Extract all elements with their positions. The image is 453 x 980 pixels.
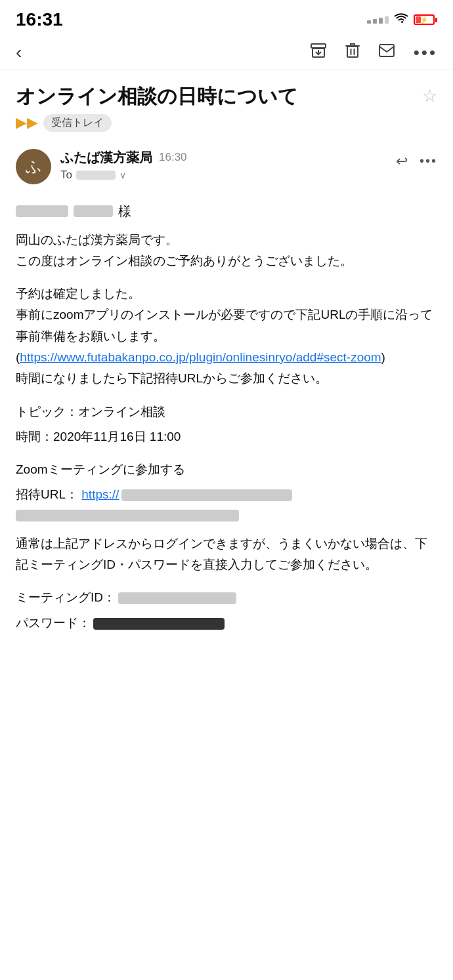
chevron-down-icon[interactable]: ∨: [119, 170, 126, 180]
toolbar: ‹: [0, 35, 453, 70]
status-icons: ⚡: [367, 12, 437, 28]
invite-url-blurred: [121, 489, 292, 501]
back-button[interactable]: ‹: [16, 42, 22, 63]
password-label: パスワード：: [16, 616, 91, 630]
zoom-join-text: Zoomミーティングに参加する: [16, 462, 185, 476]
svg-rect-6: [379, 45, 394, 56]
sender-actions: ↩ •••: [396, 149, 437, 170]
wifi-icon: [394, 12, 408, 28]
invite-url-link[interactable]: https://: [81, 487, 119, 501]
sender-info: ふたば漢方薬局 16:30 To ∨: [60, 149, 387, 182]
signal-icon: [367, 16, 389, 24]
topic-label: トピック：: [16, 405, 78, 419]
email-body: 岡山のふたば漢方薬局です。この度はオンライン相談のご予約ありがとうございました。…: [0, 223, 453, 665]
sender-section: ふ ふたば漢方薬局 16:30 To ∨ ↩ •••: [0, 138, 453, 195]
forward-arrows-icon: ▶▶: [16, 114, 38, 131]
to-address: [76, 171, 116, 180]
to-label: To: [60, 169, 72, 182]
mail-button[interactable]: [378, 43, 395, 62]
toolbar-actions: •••: [310, 42, 437, 63]
sama-suffix: 様: [118, 203, 131, 220]
meeting-id-label: ミーティングID：: [16, 590, 116, 604]
subject-area: オンライン相談の日時について ☆ ▶▶ 受信トレイ: [0, 70, 453, 138]
status-time: 16:31: [16, 9, 63, 30]
star-button[interactable]: ☆: [422, 86, 437, 106]
sender-name: ふたば漢方薬局: [60, 149, 152, 167]
reply-button[interactable]: ↩: [396, 153, 408, 170]
time-label: 時間：: [16, 430, 53, 443]
time-value: 2020年11月16日 11:00: [53, 430, 181, 443]
recipient-line: 様: [0, 195, 453, 223]
more-button[interactable]: •••: [414, 43, 437, 63]
svg-rect-0: [311, 44, 326, 48]
trash-button[interactable]: [345, 42, 360, 63]
topic-line: トピック：オンライン相談: [16, 401, 437, 422]
topic-value: オンライン相談: [78, 405, 165, 419]
badge-row: ▶▶ 受信トレイ: [16, 114, 437, 132]
meeting-id-line: ミーティングID：: [16, 587, 437, 608]
meeting-id-blurred: [118, 592, 236, 604]
password-blurred: [93, 618, 225, 630]
svg-rect-3: [347, 47, 358, 57]
zoom-join-line: Zoomミーティングに参加する: [16, 459, 437, 480]
recipient-name-blurred: [16, 205, 68, 217]
inbox-badge: 受信トレイ: [43, 114, 112, 132]
body-para1: 岡山のふたば漢方薬局です。この度はオンライン相談のご予約ありがとうございました。: [16, 230, 437, 272]
archive-button[interactable]: [310, 43, 327, 62]
sender-more-button[interactable]: •••: [420, 153, 437, 169]
preparation-link[interactable]: https://www.futabakanpo.co.jp/plugin/onl…: [20, 350, 381, 364]
fallback-para: 通常は上記アドレスからログインできますが、うまくいかない場合は、下記ミーティング…: [16, 533, 437, 576]
email-subject: オンライン相談の日時について: [16, 83, 414, 110]
invite-url-label: 招待URL：: [16, 487, 78, 501]
invite-url-blurred-2: [16, 510, 239, 521]
time-line: 時間：2020年11月16日 11:00: [16, 426, 437, 447]
body-para2: 予約は確定しました。事前にzoomアプリのインストールが必要ですので下記URLの…: [16, 283, 437, 389]
invite-url-line: 招待URL： https://: [16, 484, 437, 521]
battery-icon: ⚡: [414, 14, 437, 25]
password-line: パスワード：: [16, 613, 437, 634]
sender-time: 16:30: [159, 151, 187, 164]
recipient-name-2-blurred: [74, 205, 113, 217]
status-bar: 16:31 ⚡: [0, 0, 453, 35]
sender-avatar: ふ: [16, 149, 51, 184]
